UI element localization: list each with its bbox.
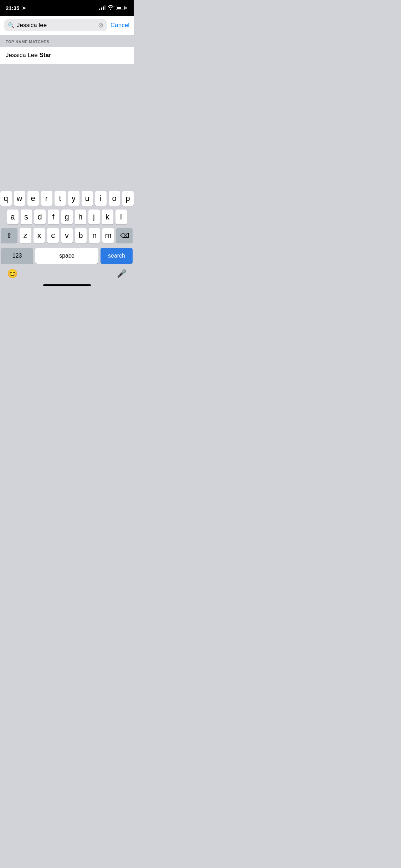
key-b[interactable]: b xyxy=(75,228,87,243)
key-m[interactable]: m xyxy=(102,228,114,243)
key-y[interactable]: y xyxy=(68,191,79,206)
key-u[interactable]: u xyxy=(82,191,93,206)
status-icons xyxy=(99,5,127,11)
shift-key[interactable]: ⇧ xyxy=(1,228,17,243)
empty-space xyxy=(0,64,134,175)
home-indicator xyxy=(0,282,134,289)
search-icon: 🔍 xyxy=(8,22,15,29)
keyboard-extras-row: 😊 🎤 xyxy=(0,266,134,282)
key-w[interactable]: w xyxy=(14,191,25,206)
key-f[interactable]: f xyxy=(48,210,59,224)
clear-button[interactable]: ⊗ xyxy=(98,22,103,29)
result-normal-text: Jessica Lee xyxy=(6,52,40,58)
microphone-icon[interactable]: 🎤 xyxy=(117,269,127,278)
key-i[interactable]: i xyxy=(95,191,107,206)
wifi-icon xyxy=(108,5,114,11)
battery-icon xyxy=(116,6,127,10)
key-z[interactable]: z xyxy=(20,228,31,243)
keyboard: q w e r t y u i o p a s d f g h j k l ⇧ xyxy=(0,188,134,289)
key-v[interactable]: v xyxy=(61,228,73,243)
search-input[interactable] xyxy=(17,22,96,29)
key-h[interactable]: h xyxy=(75,210,86,224)
cancel-button[interactable]: Cancel xyxy=(110,22,129,29)
section-header: TOP NAME MATCHES xyxy=(0,35,134,47)
result-bold-text: Star xyxy=(40,52,51,58)
backspace-key[interactable]: ⌫ xyxy=(116,228,133,243)
keyboard-row-3: ⇧ z x c v b n m ⌫ xyxy=(1,228,133,243)
keyboard-bottom-row: 123 space search xyxy=(0,248,134,266)
key-r[interactable]: r xyxy=(41,191,52,206)
key-p[interactable]: p xyxy=(122,191,134,206)
numbers-key[interactable]: 123 xyxy=(1,248,33,264)
key-k[interactable]: k xyxy=(102,210,113,224)
key-x[interactable]: x xyxy=(34,228,45,243)
keyboard-row-1: q w e r t y u i o p xyxy=(1,191,133,206)
key-q[interactable]: q xyxy=(0,191,12,206)
key-n[interactable]: n xyxy=(89,228,101,243)
status-bar: 21:35 ➤ xyxy=(0,0,134,16)
location-arrow-icon: ➤ xyxy=(22,5,26,11)
result-item[interactable]: Jessica Lee Star xyxy=(0,47,134,64)
search-area: 🔍 ⊗ Cancel xyxy=(0,16,134,35)
key-s[interactable]: s xyxy=(21,210,32,224)
status-time: 21:35 ➤ xyxy=(6,5,26,11)
time-label: 21:35 xyxy=(6,5,19,11)
emoji-icon[interactable]: 😊 xyxy=(7,269,18,279)
key-j[interactable]: j xyxy=(88,210,100,224)
results-area: TOP NAME MATCHES Jessica Lee Star xyxy=(0,35,134,64)
keyboard-rows: q w e r t y u i o p a s d f g h j k l ⇧ xyxy=(0,188,134,248)
key-e[interactable]: e xyxy=(27,191,39,206)
space-key[interactable]: space xyxy=(35,248,98,264)
home-bar xyxy=(43,284,91,286)
key-o[interactable]: o xyxy=(109,191,120,206)
signal-icon xyxy=(99,6,106,10)
key-g[interactable]: g xyxy=(61,210,73,224)
key-c[interactable]: c xyxy=(47,228,59,243)
key-l[interactable]: l xyxy=(115,210,127,224)
search-key[interactable]: search xyxy=(101,248,133,264)
key-d[interactable]: d xyxy=(34,210,46,224)
key-a[interactable]: a xyxy=(7,210,19,224)
key-t[interactable]: t xyxy=(55,191,66,206)
keyboard-row-2: a s d f g h j k l xyxy=(1,210,133,224)
search-input-wrapper[interactable]: 🔍 ⊗ xyxy=(4,19,107,31)
